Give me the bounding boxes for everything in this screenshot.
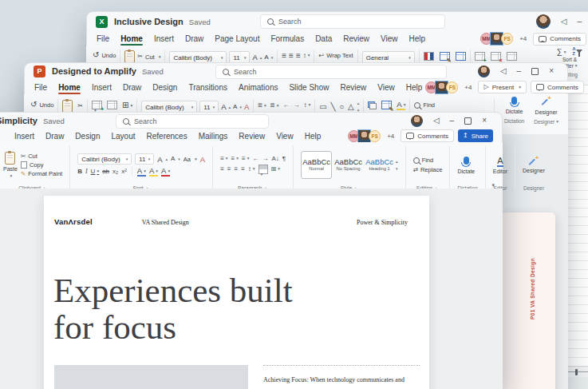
autosum-icon[interactable]: ∑	[557, 48, 566, 56]
orientation-icon[interactable]: ↕	[303, 53, 310, 59]
style-normal[interactable]: AaBbCc Normal	[301, 151, 332, 179]
excel-tab-formulas[interactable]: Formulas	[265, 32, 310, 46]
word-dictate-button[interactable]: Dictate	[457, 157, 475, 174]
word-collaborator-avatars[interactable]: MM FS	[350, 129, 381, 143]
powerpoint-minimize-button[interactable]: –	[517, 67, 522, 75]
excel-tab-help[interactable]: Help	[404, 32, 432, 46]
ppt-tab-insert[interactable]: Insert	[86, 81, 117, 94]
show-formatting-icon[interactable]: ¶	[282, 156, 286, 162]
conditional-formatting-icon[interactable]	[424, 52, 434, 61]
word-format-painter-button[interactable]: ✎ Format Paint	[21, 170, 62, 177]
bold-icon[interactable]: B	[77, 169, 82, 175]
word-tab-layout[interactable]: Layout	[106, 129, 141, 143]
shrink-font-icon[interactable]: A	[264, 54, 268, 61]
italic-icon[interactable]: I	[85, 169, 88, 175]
avatar-overflow-count[interactable]: +4	[387, 133, 394, 140]
align-center-icon[interactable]: ≡	[289, 52, 294, 60]
word-minimize-button[interactable]: –	[450, 117, 455, 125]
superscript-icon[interactable]: x²	[121, 169, 127, 175]
excel-tab-data[interactable]: Data	[310, 32, 337, 46]
format-cells-icon[interactable]	[507, 52, 517, 61]
shrink-font-icon[interactable]: A	[233, 104, 237, 110]
subscript-icon[interactable]: x₂	[112, 169, 118, 175]
delete-cells-icon[interactable]: ×	[491, 52, 501, 61]
decrease-indent-icon[interactable]: ←	[252, 156, 258, 162]
excel-tab-page-layout[interactable]: Page Layout	[209, 32, 265, 46]
strikethrough-icon[interactable]: ab	[102, 169, 109, 175]
word-tab-help[interactable]: Help	[299, 129, 327, 143]
excel-wrap-text-button[interactable]: ↩ Wrap Text	[318, 52, 353, 59]
quick-styles-icon[interactable]: ✎	[381, 101, 392, 109]
user-avatar[interactable]	[411, 115, 423, 127]
word-designer-button[interactable]: Designer	[523, 157, 545, 173]
excel-tab-review[interactable]: Review	[337, 32, 375, 46]
word-share-button[interactable]: ↥ Share	[458, 129, 493, 142]
excel-tab-draw[interactable]: Draw	[180, 32, 209, 46]
text-effects-icon[interactable]: A	[137, 167, 146, 177]
ppt-tab-home[interactable]: Home	[53, 81, 86, 94]
align-left-icon[interactable]: ≡	[282, 52, 286, 60]
excel-tab-home[interactable]: Home	[115, 32, 148, 46]
line-spacing-icon[interactable]: ↕	[248, 166, 255, 173]
style-no-spacing[interactable]: AaBbCc No Spacing	[333, 152, 363, 178]
word-search-input[interactable]: Search	[116, 114, 269, 129]
word-paste-button[interactable]: Paste	[3, 152, 18, 178]
word-replace-button[interactable]: ⇄ Replace	[413, 166, 443, 173]
cell-styles-icon[interactable]	[456, 52, 466, 61]
user-avatar[interactable]	[478, 65, 490, 77]
word-tab-review[interactable]: Review	[233, 129, 270, 143]
increase-indent-icon[interactable]: →	[293, 102, 299, 109]
bullets-icon[interactable]: ≡	[220, 156, 227, 162]
word-editor-button[interactable]: A Editor	[493, 157, 507, 174]
highlight-color-icon[interactable]: A	[149, 167, 158, 177]
align-left-icon[interactable]: ≡	[220, 166, 224, 173]
word-copy-button[interactable]: Copy	[21, 161, 62, 169]
shrink-font-icon[interactable]: A	[171, 156, 175, 162]
feedback-icon[interactable]: ◁	[433, 117, 440, 125]
sort-filter-icon[interactable]: AZ	[572, 47, 582, 56]
shapes-gallery-icon[interactable]: ▭ ╲ ○ △	[319, 103, 355, 111]
change-case-icon[interactable]: Aa	[184, 156, 197, 163]
paste-icon[interactable]	[124, 50, 135, 63]
ppt-tab-view[interactable]: View	[372, 81, 401, 94]
multilevel-list-icon[interactable]: ≡	[242, 156, 249, 162]
word-tab-view[interactable]: View	[270, 129, 299, 143]
sort-icon[interactable]: A↓	[271, 156, 278, 162]
word-page[interactable]: VanΛrsdel VA Shared Design Power & Simpl…	[44, 196, 429, 389]
ppt-tab-file[interactable]: File	[29, 81, 53, 94]
font-color-icon[interactable]: A	[161, 167, 170, 177]
ppt-designer-button[interactable]: Designer Designer	[534, 97, 558, 125]
align-center-icon[interactable]: ≡	[227, 166, 231, 173]
excel-search-input[interactable]: Search	[260, 14, 445, 29]
powerpoint-search-input[interactable]: Search	[215, 65, 447, 79]
ppt-tab-draw[interactable]: Draw	[117, 81, 147, 94]
excel-undo-button[interactable]: ↺ Undo	[93, 51, 116, 59]
increase-indent-icon[interactable]: →	[262, 156, 268, 162]
word-find-button[interactable]: Find	[413, 157, 443, 164]
word-font-name-select[interactable]: Calibri (Body) ▾	[77, 153, 132, 165]
word-font-size-select[interactable]: 11 ▾	[135, 153, 154, 165]
align-right-icon[interactable]: ≡	[296, 52, 301, 60]
numbering-icon[interactable]: ≡	[231, 156, 239, 162]
grow-font-icon[interactable]: A	[221, 103, 226, 111]
shading-icon[interactable]	[258, 165, 268, 174]
ppt-undo-button[interactable]: ↺ Undo	[30, 101, 53, 109]
word-comments-button[interactable]: Comments	[401, 129, 454, 142]
feedback-icon[interactable]: ◁	[500, 67, 507, 75]
excel-minimize-button[interactable]: –	[577, 18, 582, 26]
style-heading-1[interactable]: AaBbCc Heading 1	[365, 152, 394, 178]
word-tab-insert[interactable]: Insert	[9, 129, 40, 143]
powerpoint-close-button[interactable]: ×	[549, 67, 554, 75]
powerpoint-maximize-button[interactable]	[531, 68, 539, 75]
excel-collaborator-avatars[interactable]: MM FS	[483, 32, 513, 46]
shape-fill-icon[interactable]: A	[397, 101, 405, 110]
excel-tab-file[interactable]: File	[91, 32, 115, 46]
format-as-table-icon[interactable]: ✎	[440, 52, 450, 61]
line-spacing-icon[interactable]: ↕	[303, 102, 310, 109]
justify-icon[interactable]: ≡	[241, 166, 245, 173]
word-maximize-button[interactable]	[464, 117, 472, 125]
new-slide-icon[interactable]: +	[92, 101, 102, 109]
ppt-tab-review[interactable]: Review	[334, 81, 372, 94]
scrollbar-handle[interactable]	[575, 369, 578, 375]
numbering-icon[interactable]: ≡	[270, 101, 279, 109]
